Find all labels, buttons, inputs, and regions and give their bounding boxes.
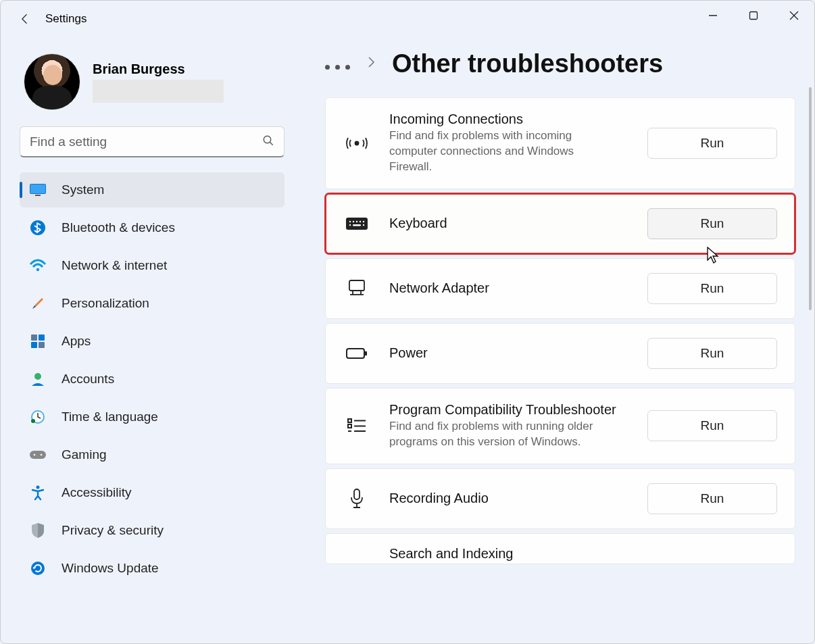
sidebar-item-label: Network & internet (61, 258, 167, 273)
sidebar-item-label: Gaming (61, 447, 107, 462)
svg-rect-7 (30, 184, 45, 193)
breadcrumb: Other troubleshooters (325, 49, 795, 78)
battery-icon (343, 347, 370, 360)
svg-rect-32 (353, 224, 361, 226)
breadcrumb-overflow-button[interactable] (325, 58, 350, 70)
svg-point-18 (31, 419, 35, 423)
adapter-icon (343, 278, 370, 299)
svg-rect-25 (346, 218, 368, 230)
troubleshooter-card-compatibility: Program Compatibility Troubleshooter Fin… (325, 388, 795, 464)
minimize-button[interactable] (693, 1, 733, 30)
sidebar-item-privacy[interactable]: Privacy & security (20, 513, 285, 548)
svg-rect-12 (39, 335, 45, 341)
list-icon (343, 417, 370, 435)
sidebar: Brian Burgess System Bluetooth & devices… (1, 37, 298, 643)
avatar (24, 53, 80, 110)
profile-email-redacted (93, 80, 224, 103)
search-icon (262, 134, 274, 149)
svg-point-15 (34, 373, 41, 380)
svg-point-30 (363, 221, 364, 222)
svg-point-29 (360, 221, 361, 222)
svg-point-22 (36, 486, 40, 489)
sidebar-item-accounts[interactable]: Accounts (20, 362, 285, 397)
run-button[interactable]: Run (647, 338, 777, 369)
back-button[interactable] (11, 5, 39, 32)
troubleshooter-card-search-indexing: Search and Indexing (325, 533, 795, 564)
sidebar-item-label: Windows Update (61, 561, 159, 576)
troubleshooter-card-recording-audio: Recording Audio Run (325, 468, 795, 529)
page-title: Other troubleshooters (392, 49, 663, 78)
antenna-icon (343, 134, 370, 153)
troubleshooter-card-power: Power Run (325, 323, 795, 384)
sidebar-item-system[interactable]: System (20, 172, 285, 207)
sidebar-item-label: Apps (61, 334, 91, 349)
svg-rect-8 (35, 195, 41, 196)
sidebar-item-label: Personalization (61, 296, 149, 311)
svg-point-27 (353, 221, 354, 222)
svg-point-21 (41, 454, 43, 456)
svg-rect-42 (348, 424, 351, 428)
svg-point-28 (356, 221, 357, 222)
troubleshooter-title: Recording Audio (389, 491, 628, 506)
search-input[interactable] (30, 134, 262, 149)
gamepad-icon (29, 446, 47, 464)
svg-rect-46 (354, 489, 360, 499)
troubleshooter-title: Network Adapter (389, 280, 628, 296)
sidebar-item-label: Privacy & security (61, 523, 164, 538)
bluetooth-icon (29, 219, 47, 237)
update-icon (29, 560, 47, 577)
sidebar-item-gaming[interactable]: Gaming (20, 437, 285, 472)
troubleshooter-card-network-adapter: Network Adapter Run (325, 258, 795, 319)
svg-rect-19 (30, 451, 46, 459)
sidebar-item-personalization[interactable]: Personalization (20, 286, 285, 321)
search-box[interactable] (20, 126, 285, 157)
sidebar-item-network[interactable]: Network & internet (20, 248, 285, 283)
troubleshooter-title: Incoming Connections (389, 112, 628, 127)
troubleshooter-title: Program Compatibility Troubleshooter (389, 402, 628, 418)
troubleshooter-title: Keyboard (389, 216, 628, 231)
troubleshooter-title: Power (389, 345, 628, 361)
person-icon (29, 370, 47, 388)
run-button[interactable]: Run (647, 410, 777, 441)
sidebar-item-time[interactable]: Time & language (20, 399, 285, 435)
svg-rect-13 (31, 342, 37, 348)
mic-icon (343, 488, 370, 510)
run-button[interactable]: Run (647, 273, 777, 304)
sidebar-item-label: Accessibility (61, 485, 131, 500)
svg-rect-39 (365, 351, 367, 355)
troubleshooter-desc: Find and fix problems with incoming comp… (389, 128, 619, 175)
close-button[interactable] (774, 1, 814, 30)
troubleshooter-card-keyboard: Keyboard Run (325, 193, 795, 254)
svg-rect-1 (750, 12, 758, 20)
sidebar-item-apps[interactable]: Apps (20, 324, 285, 359)
svg-rect-38 (347, 349, 364, 358)
nav-list: System Bluetooth & devices Network & int… (20, 172, 285, 586)
troubleshooter-desc: Find and fix problems with running older… (389, 419, 619, 450)
svg-point-4 (264, 136, 271, 143)
profile[interactable]: Brian Burgess (24, 53, 285, 110)
profile-name: Brian Burgess (93, 61, 224, 77)
sidebar-item-bluetooth[interactable]: Bluetooth & devices (20, 210, 285, 245)
svg-line-5 (270, 142, 273, 145)
scrollbar-thumb[interactable] (809, 87, 812, 310)
apps-icon (29, 332, 47, 350)
svg-point-20 (34, 454, 36, 456)
svg-rect-14 (39, 342, 45, 348)
maximize-button[interactable] (733, 1, 774, 30)
content-area: Other troubleshooters Incoming Connectio… (298, 37, 814, 643)
svg-point-24 (355, 141, 359, 145)
run-button[interactable]: Run (647, 128, 777, 159)
sidebar-item-accessibility[interactable]: Accessibility (20, 475, 285, 510)
sidebar-item-update[interactable]: Windows Update (20, 551, 285, 586)
svg-point-31 (349, 224, 351, 226)
scrollbar[interactable] (809, 53, 812, 637)
run-button[interactable]: Run (647, 483, 777, 514)
run-button[interactable]: Run (647, 208, 777, 239)
troubleshooter-card-incoming-connections: Incoming Connections Find and fix proble… (325, 97, 795, 189)
shield-icon (29, 522, 47, 539)
sidebar-item-label: Bluetooth & devices (61, 220, 175, 235)
sidebar-item-label: Accounts (61, 372, 114, 387)
chevron-right-icon (366, 55, 376, 73)
title-bar: Settings (1, 1, 814, 37)
svg-rect-11 (31, 335, 37, 341)
